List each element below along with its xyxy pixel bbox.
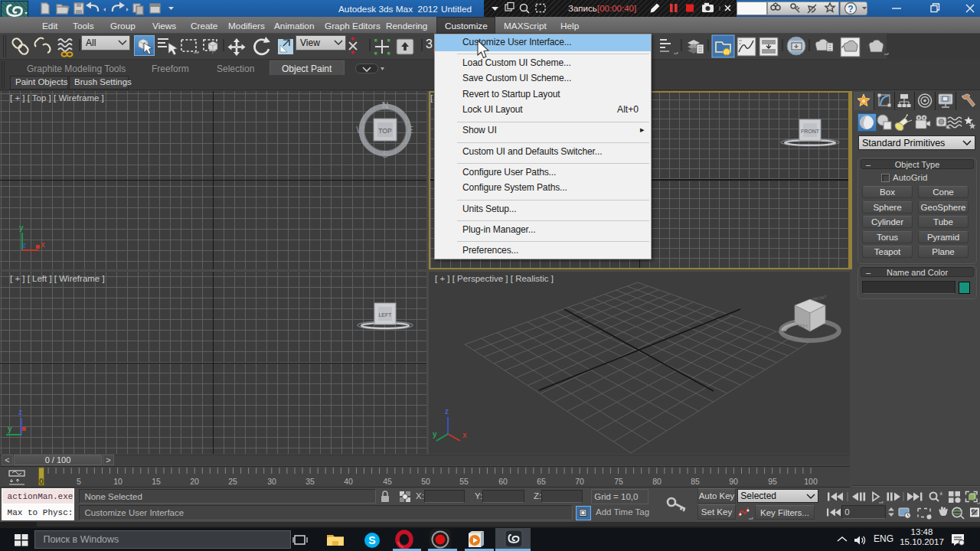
svg-text:80: 80 <box>652 477 662 486</box>
svg-text:100: 100 <box>804 477 818 486</box>
svg-text:y: y <box>19 223 24 232</box>
svg-text:S: S <box>382 149 388 160</box>
svg-text:50: 50 <box>421 477 430 486</box>
svg-text:40: 40 <box>344 477 353 486</box>
svg-text:90: 90 <box>729 477 738 486</box>
svg-text:10: 10 <box>113 477 122 486</box>
svg-text:55: 55 <box>459 477 469 486</box>
svg-text:?: ? <box>848 4 853 15</box>
svg-text:15: 15 <box>152 477 161 486</box>
svg-text:W: W <box>356 125 365 135</box>
svg-text:30: 30 <box>267 477 276 486</box>
svg-text:FRONT: FRONT <box>801 129 820 134</box>
svg-text:y: y <box>8 425 12 433</box>
svg-text:z: z <box>445 407 449 416</box>
svg-text:x: x <box>41 240 45 249</box>
svg-text:FRONT: FRONT <box>812 295 827 302</box>
svg-text:60: 60 <box>498 477 508 486</box>
svg-text:95: 95 <box>768 477 777 486</box>
svg-text:E: E <box>407 125 413 135</box>
svg-text:S: S <box>368 534 375 546</box>
svg-text:LEFT: LEFT <box>378 312 392 318</box>
svg-text:65: 65 <box>537 477 546 486</box>
svg-text:75: 75 <box>614 477 623 486</box>
svg-text:z: z <box>22 241 26 249</box>
svg-text:0: 0 <box>39 477 44 486</box>
svg-text:LEFT: LEFT <box>798 323 808 329</box>
svg-text:20: 20 <box>190 477 199 486</box>
svg-text:25: 25 <box>228 477 237 486</box>
svg-text:TOP: TOP <box>378 127 392 135</box>
svg-text:45: 45 <box>383 477 392 486</box>
svg-text:5: 5 <box>77 477 81 486</box>
svg-text:y: y <box>433 430 437 439</box>
svg-text:85: 85 <box>691 477 700 486</box>
svg-text:z: z <box>18 408 22 416</box>
svg-text:±: ± <box>939 490 943 497</box>
svg-text:x: x <box>462 431 467 439</box>
svg-text:35: 35 <box>305 477 315 486</box>
svg-text:N: N <box>382 100 389 111</box>
svg-text:70: 70 <box>575 477 584 486</box>
